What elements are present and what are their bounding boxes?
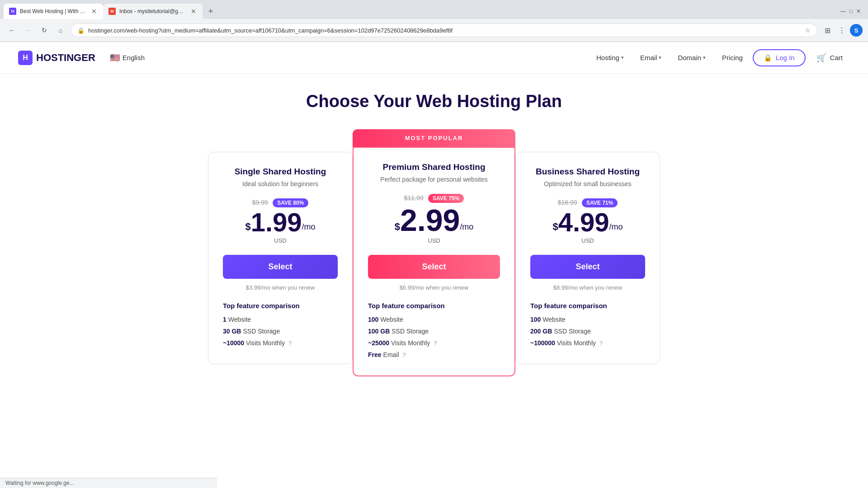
nav-hosting[interactable]: Hosting ▾ <box>590 50 630 65</box>
premium-price-mo: /mo <box>460 222 473 232</box>
tab-hostinger[interactable]: H Best Web Hosting | With 1-Click... ✕ <box>4 4 103 19</box>
nav-domain[interactable]: Domain ▾ <box>671 50 712 65</box>
business-original-price: $16.99 <box>558 199 577 206</box>
business-price-mo: /mo <box>609 222 623 232</box>
premium-plan-subtitle: Perfect package for personal websites <box>368 176 500 183</box>
tab-favicon-gmail: M <box>108 8 116 15</box>
navbar: H HOSTINGER 🇺🇸 English Hosting ▾ Email ▾… <box>0 42 868 74</box>
premium-select-button[interactable]: Select <box>368 255 500 279</box>
feature-item: ~100000 Visits Monthly ? <box>530 339 645 347</box>
nav-domain-label: Domain <box>678 54 701 61</box>
nav-pricing-label: Pricing <box>722 54 743 61</box>
single-select-button[interactable]: Select <box>223 255 338 279</box>
premium-plan-card: Premium Shared Hosting Perfect package f… <box>353 147 515 376</box>
email-chevron-icon: ▾ <box>659 55 661 61</box>
back-button[interactable]: ← <box>5 24 18 37</box>
premium-features-title: Top feature comparison <box>368 302 500 310</box>
single-price-currency: USD <box>223 237 338 244</box>
help-icon[interactable]: ? <box>434 340 437 347</box>
single-plan-title: Single Shared Hosting <box>223 167 338 177</box>
business-plan-card: Business Shared Hosting Optimized for sm… <box>515 152 660 364</box>
business-features-section: Top feature comparison 100 Website 200 G… <box>530 302 645 347</box>
feature-item: ~10000 Visits Monthly ? <box>223 339 338 347</box>
single-features-section: Top feature comparison 1 Website 30 GB S… <box>223 302 338 347</box>
business-plan-title: Business Shared Hosting <box>530 167 645 177</box>
single-original-price: $9.99 <box>252 199 268 206</box>
single-plan-card: Single Shared Hosting Ideal solution for… <box>208 152 353 364</box>
popular-badge: MOST POPULAR <box>353 129 515 147</box>
single-price-dollar: $ <box>245 222 250 232</box>
business-price-row: $ 4.99 /mo <box>530 209 645 235</box>
premium-plan-price-section: $11.99 SAVE 75% $ 2.99 /mo USD <box>368 194 500 244</box>
tab-bar: H Best Web Hosting | With 1-Click... ✕ M… <box>0 0 868 19</box>
settings-icon[interactable]: ⋮ <box>835 24 848 37</box>
premium-original-price: $11.99 <box>404 194 424 202</box>
nav-email[interactable]: Email ▾ <box>634 50 668 65</box>
help-icon[interactable]: ? <box>403 352 406 358</box>
hosting-chevron-icon: ▾ <box>621 55 624 61</box>
lock-icon: 🔒 <box>77 27 85 34</box>
tab-close-gmail[interactable]: ✕ <box>190 7 197 16</box>
main-content: Choose Your Web Hosting Plan Single Shar… <box>0 74 868 404</box>
tab-title-hostinger: Best Web Hosting | With 1-Click... <box>20 8 87 14</box>
tab-title-gmail: Inbox - mysitetutorial@gmail.co... <box>119 8 186 14</box>
business-renew-text: $8.99/mo when you renew <box>530 284 645 291</box>
home-button[interactable]: ⌂ <box>54 24 67 37</box>
pricing-cards-container: Single Shared Hosting Ideal solution for… <box>163 129 705 376</box>
language-selector[interactable]: 🇺🇸 English <box>110 53 145 63</box>
close-icon[interactable]: ✕ <box>856 8 861 14</box>
premium-price-amount: 2.99 <box>400 205 460 235</box>
feature-item: 100 Website <box>368 316 500 323</box>
single-renew-text: $3.99/mo when you renew <box>223 284 338 291</box>
address-text: hostinger.com/web-hosting?utm_medium=aff… <box>88 27 801 34</box>
nav-pricing[interactable]: Pricing <box>716 50 749 65</box>
single-save-badge: SAVE 80% <box>273 198 308 207</box>
logo-text: HOSTINGER <box>36 52 95 64</box>
bookmark-icon[interactable]: ☆ <box>805 27 811 34</box>
feature-item: ~25000 Visits Monthly ? <box>368 339 500 347</box>
premium-renew-text: $6.99/mo when you renew <box>368 284 500 291</box>
tab-controls: — □ ✕ <box>840 8 864 14</box>
browser-chrome: H Best Web Hosting | With 1-Click... ✕ M… <box>0 0 868 42</box>
logo-icon: H <box>18 51 33 65</box>
business-price-dollar: $ <box>552 222 558 232</box>
business-price-amount: 4.99 <box>558 209 609 235</box>
language-label: English <box>123 54 145 61</box>
website: H HOSTINGER 🇺🇸 English Hosting ▾ Email ▾… <box>0 42 868 404</box>
maximize-icon[interactable]: □ <box>849 8 853 14</box>
business-plan-price-section: $16.99 SAVE 71% $ 4.99 /mo USD <box>530 198 645 244</box>
nav-email-label: Email <box>640 54 657 61</box>
login-label: Log In <box>776 54 795 61</box>
new-tab-button[interactable]: + <box>204 5 217 18</box>
status-text: Waiting for www.google.ge... <box>5 480 74 486</box>
address-bar[interactable]: 🔒 hostinger.com/web-hosting?utm_medium=a… <box>71 23 817 37</box>
logo[interactable]: H HOSTINGER <box>18 51 95 65</box>
tab-gmail[interactable]: M Inbox - mysitetutorial@gmail.co... ✕ <box>103 4 203 19</box>
profile-avatar[interactable]: S <box>850 24 863 37</box>
domain-chevron-icon: ▾ <box>703 55 706 61</box>
single-price-amount: 1.99 <box>251 209 302 235</box>
lock-icon: 🔒 <box>764 54 772 62</box>
single-features-title: Top feature comparison <box>223 302 338 310</box>
minimize-icon[interactable]: — <box>840 8 846 14</box>
business-select-button[interactable]: Select <box>530 255 645 279</box>
forward-button[interactable]: → <box>22 24 34 37</box>
premium-features-section: Top feature comparison 100 Website 100 G… <box>368 302 500 358</box>
single-price-mo: /mo <box>302 222 316 232</box>
help-icon[interactable]: ? <box>599 340 603 347</box>
tab-close-hostinger[interactable]: ✕ <box>90 7 98 16</box>
extensions-icon[interactable]: ⊞ <box>821 24 834 37</box>
feature-item: 100 GB SSD Storage <box>368 328 500 335</box>
address-icons: ☆ <box>805 27 811 34</box>
feature-item: 30 GB SSD Storage <box>223 328 338 335</box>
cart-button[interactable]: 🛒 Cart <box>809 49 850 66</box>
premium-price-currency: USD <box>368 237 500 244</box>
refresh-button[interactable]: ↻ <box>38 24 51 37</box>
business-price-currency: USD <box>530 237 645 244</box>
single-price-row: $ 1.99 /mo <box>223 209 338 235</box>
login-button[interactable]: 🔒 Log In <box>753 49 806 66</box>
premium-plan-wrapper: MOST POPULAR Premium Shared Hosting Perf… <box>353 129 515 376</box>
cart-label: Cart <box>830 54 843 61</box>
help-icon[interactable]: ? <box>288 340 292 347</box>
premium-plan-title: Premium Shared Hosting <box>368 162 500 172</box>
